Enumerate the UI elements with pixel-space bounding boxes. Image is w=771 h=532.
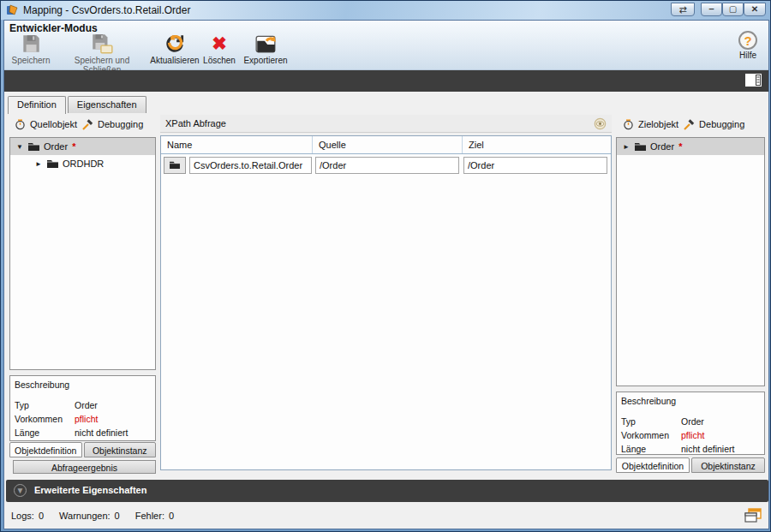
application-window: Mapping - CsvOrders.to.Retail.Order ⇄ ‒ … (0, 0, 771, 532)
logs-label: Logs: (11, 511, 34, 521)
close-button[interactable]: ✕ (744, 3, 766, 16)
target-description-box: Beschreibung Typ Order Vorkommen pflicht… (616, 392, 765, 455)
maximize-button[interactable]: ▢ (722, 3, 744, 16)
save-button-label: Speichern (11, 56, 50, 65)
typ-label: Typ (15, 400, 75, 410)
delete-button[interactable]: ✖ Löschen (200, 33, 239, 65)
panel-layout-icon[interactable] (745, 74, 762, 87)
column-ziel[interactable]: Ziel (463, 136, 611, 153)
tab-abfrageergebnis[interactable]: Abfrageergebnis (13, 460, 156, 474)
folder-icon (46, 158, 59, 169)
xpath-table-panel: Name Quelle Ziel (160, 135, 612, 470)
laenge-value: nicht definiert (681, 444, 761, 454)
advanced-properties-bar[interactable]: ▼ Erweiterte Eigenschaften (6, 480, 768, 502)
tree-item-label: Order (650, 141, 674, 152)
mapping-source-xpath-field[interactable] (315, 157, 459, 174)
caret-down-icon[interactable]: ▼ (15, 143, 24, 151)
toolbar-dark-strip (4, 70, 768, 92)
export-folder-icon (239, 33, 292, 55)
laenge-label: Länge (15, 427, 75, 438)
description-title: Beschreibung (15, 380, 69, 390)
tab-objektinstanz[interactable]: Objektinstanz (691, 457, 765, 473)
target-panel-header: Zielobjekt Debugging (623, 117, 744, 132)
source-object-icon (15, 119, 26, 130)
typ-value: Order (75, 400, 152, 410)
xpath-panel-title: XPath Abfrage (165, 118, 226, 129)
errors-value: 0 (169, 511, 174, 521)
refresh-button[interactable]: Aktualisieren (150, 33, 200, 65)
caret-right-icon[interactable]: ► (622, 143, 631, 151)
tab-objektdefinition[interactable]: Objektdefinition (9, 442, 82, 457)
export-button[interactable]: Exportieren (239, 33, 292, 65)
column-quelle[interactable]: Quelle (313, 136, 463, 153)
debug-hammer-icon (683, 119, 695, 130)
target-object-icon (623, 119, 634, 130)
window-title: Mapping - CsvOrders.to.Retail.Order (23, 4, 190, 16)
export-button-label: Exportieren (243, 56, 287, 65)
target-tree: ► Order * (616, 137, 765, 386)
tab-objektinstanz[interactable]: Objektinstanz (84, 442, 157, 457)
target-panel-title[interactable]: Zielobjekt (638, 119, 678, 129)
warnings-value: 0 (115, 511, 120, 521)
description-grid: Typ Order Vorkommen pflicht Länge nicht … (621, 416, 761, 454)
client-area: Entwickler-Modus Speichern Speichern und… (3, 20, 769, 529)
help-button-label: Hilfe (739, 51, 756, 60)
delete-x-icon: ✖ (200, 33, 239, 55)
swap-arrows-button[interactable]: ⇄ (671, 3, 695, 16)
help-button[interactable]: ? Hilfe (732, 31, 763, 60)
tree-item-label: ORDHDR (63, 158, 104, 169)
folder-icon (27, 141, 40, 152)
laenge-value: nicht definiert (75, 427, 152, 438)
save-and-close-button[interactable]: Speichern und Schließen (56, 33, 148, 75)
tab-eigenschaften[interactable]: Eigenschaften (68, 96, 146, 113)
tab-bar: Definition Eigenschaften (8, 96, 148, 113)
tab-definition[interactable]: Definition (8, 96, 66, 114)
advanced-properties-label: Erweiterte Eigenschaften (34, 485, 146, 495)
status-bar: Logs:0 Warnungen:0 Fehler:0 (4, 504, 768, 528)
source-tree: ▼ Order * ► ORDHDR (9, 137, 156, 370)
status-counters: Logs:0 Warnungen:0 Fehler:0 (11, 511, 184, 521)
floppy-disk-close-icon (56, 33, 148, 55)
tree-item-label: Order (44, 141, 68, 152)
caret-right-icon[interactable]: ► (34, 160, 43, 168)
save-button[interactable]: Speichern (6, 33, 56, 65)
required-marker: * (678, 141, 682, 152)
xpath-table-row[interactable] (161, 154, 611, 175)
xpath-panel-header: XPath Abfrage (160, 115, 612, 133)
source-debugging-label[interactable]: Debugging (98, 119, 143, 129)
source-minitabs: Objektdefinition Objektinstanz (9, 442, 156, 457)
source-panel-header: Quellobjekt Debugging (15, 117, 143, 132)
chevron-down-icon[interactable]: ▼ (14, 484, 27, 497)
logs-value: 0 (39, 511, 44, 521)
floppy-disk-icon (6, 33, 56, 55)
mapping-name-field[interactable] (189, 157, 312, 174)
vorkommen-value: pflicht (75, 414, 152, 424)
target-debugging-label[interactable]: Debugging (699, 119, 744, 129)
required-marker: * (72, 141, 75, 152)
refresh-icon (150, 33, 200, 55)
tree-item-order[interactable]: ► Order * (617, 138, 764, 155)
minimize-button[interactable]: ‒ (701, 3, 722, 16)
windows-stack-icon[interactable] (744, 508, 762, 523)
errors-label: Fehler: (135, 511, 164, 521)
folder-icon (634, 141, 647, 152)
app-icon (6, 4, 18, 16)
xpath-table-header: Name Quelle Ziel (161, 136, 611, 154)
row-folder-icon (164, 157, 186, 174)
refresh-button-label: Aktualisieren (150, 56, 199, 65)
source-description-box: Beschreibung Typ Order Vorkommen pflicht… (9, 375, 156, 441)
tab-objektdefinition[interactable]: Objektdefinition (616, 457, 690, 473)
source-panel-title[interactable]: Quellobjekt (30, 119, 77, 129)
column-name[interactable]: Name (161, 136, 313, 153)
warnings-label: Warnungen: (59, 511, 111, 521)
eye-icon[interactable] (594, 117, 607, 130)
mapping-target-xpath-field[interactable] (463, 157, 607, 174)
tree-item-ordhdr[interactable]: ► ORDHDR (10, 155, 155, 172)
tree-item-order[interactable]: ▼ Order * (10, 138, 155, 155)
xpath-table: Name Quelle Ziel (161, 136, 611, 175)
title-bar[interactable]: Mapping - CsvOrders.to.Retail.Order ⇄ ‒ … (1, 1, 770, 20)
laenge-label: Länge (621, 444, 681, 454)
target-minitabs: Objektdefinition Objektinstanz (616, 457, 765, 473)
help-question-icon: ? (738, 31, 757, 50)
vorkommen-label: Vorkommen (621, 430, 681, 440)
